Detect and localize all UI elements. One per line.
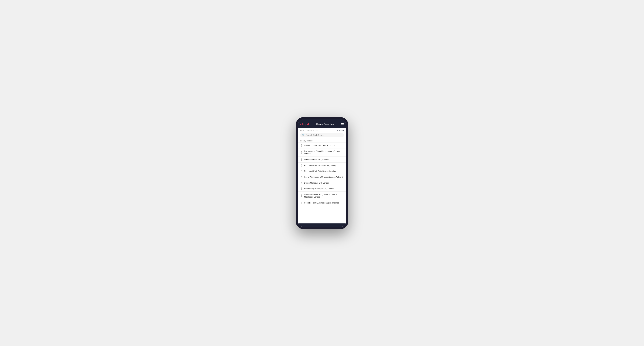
find-header: Find a Golf Course Cancel bbox=[298, 128, 346, 133]
hamburger-line-2 bbox=[341, 124, 344, 125]
phone-screen: clippd Recent Searches Find a Golf Cours… bbox=[298, 119, 346, 227]
course-name: Roehampton Club - Roehampton, Greater Lo… bbox=[304, 150, 344, 155]
course-name: Richmond Park GC - Duke's, London bbox=[304, 170, 336, 173]
location-pin-icon bbox=[300, 202, 303, 204]
location-pin-icon bbox=[300, 194, 303, 197]
app-logo: clippd bbox=[300, 123, 309, 126]
hamburger-icon[interactable] bbox=[341, 123, 344, 125]
course-name: Brent Valley Municipal GC, London bbox=[304, 187, 334, 190]
location-pin-icon bbox=[300, 176, 303, 178]
list-item[interactable]: Central London Golf Centre, London bbox=[298, 143, 346, 149]
list-item[interactable]: London Scottish GC, London bbox=[298, 157, 346, 163]
list-item[interactable]: Roehampton Club - Roehampton, Greater Lo… bbox=[298, 149, 346, 157]
list-item[interactable]: Brent Valley Municipal GC, London bbox=[298, 186, 346, 192]
content-area: Find a Golf Course Cancel 🔍 Nearby cours… bbox=[298, 128, 346, 223]
search-container: 🔍 bbox=[298, 133, 346, 139]
course-name: Central London Golf Centre, London bbox=[304, 144, 335, 147]
course-name: London Scottish GC, London bbox=[304, 158, 329, 161]
home-bar bbox=[315, 225, 329, 225]
list-item[interactable]: Coombe Hill GC, Kingston upon Thames bbox=[298, 200, 346, 206]
list-item[interactable]: Dukes Meadows GC, London bbox=[298, 180, 346, 186]
search-box[interactable]: 🔍 bbox=[300, 133, 344, 137]
location-pin-icon bbox=[300, 170, 303, 173]
location-pin-icon bbox=[300, 164, 303, 167]
course-name: North Middlesex GC (1011942 - North Midd… bbox=[304, 193, 344, 198]
cancel-button[interactable]: Cancel bbox=[337, 129, 344, 132]
course-name: Dukes Meadows GC, London bbox=[304, 182, 329, 184]
location-pin-icon bbox=[300, 159, 303, 161]
header-title: Recent Searches bbox=[316, 123, 334, 126]
status-bar bbox=[298, 119, 346, 121]
app-header: clippd Recent Searches bbox=[298, 121, 346, 128]
home-indicator bbox=[298, 223, 346, 227]
list-item[interactable]: Richmond Park GC - Duke's, London bbox=[298, 168, 346, 174]
location-pin-icon bbox=[300, 151, 303, 154]
course-name: Richmond Park GC - Prince's, Surrey bbox=[304, 164, 336, 167]
nearby-section-label: Nearby courses bbox=[298, 139, 346, 143]
search-icon: 🔍 bbox=[302, 134, 305, 136]
hamburger-line-3 bbox=[341, 125, 344, 125]
hamburger-line-1 bbox=[341, 123, 344, 124]
list-item[interactable]: North Middlesex GC (1011942 - North Midd… bbox=[298, 192, 346, 200]
find-label: Find a Golf Course bbox=[300, 129, 318, 132]
location-pin-icon bbox=[300, 182, 303, 184]
course-name: Royal Wimbledon GC, Great London Authori… bbox=[304, 176, 344, 178]
phone-frame: clippd Recent Searches Find a Golf Cours… bbox=[296, 117, 348, 229]
location-pin-icon bbox=[300, 144, 303, 147]
search-input[interactable] bbox=[306, 134, 342, 136]
list-item[interactable]: Royal Wimbledon GC, Great London Authori… bbox=[298, 174, 346, 180]
location-pin-icon bbox=[300, 187, 303, 190]
list-item[interactable]: Richmond Park GC - Prince's, Surrey bbox=[298, 163, 346, 168]
course-list: Central London Golf Centre, LondonRoeham… bbox=[298, 143, 346, 223]
course-name: Coombe Hill GC, Kingston upon Thames bbox=[304, 202, 339, 204]
